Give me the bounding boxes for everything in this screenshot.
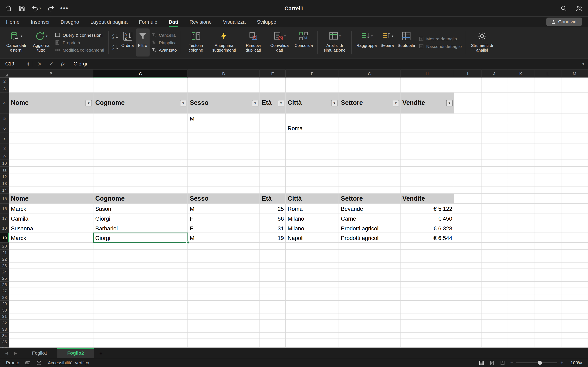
cell-F15[interactable]: Città [286, 194, 339, 204]
row-header-24[interactable]: 24 [0, 269, 9, 275]
tab-dati[interactable]: Dati [169, 17, 178, 27]
sheet-tab-foglio1[interactable]: Foglio1 [22, 348, 58, 358]
cancella-button[interactable]: Cancella [151, 32, 177, 38]
sort-az-button[interactable]: AZ [112, 33, 119, 41]
row-header-2[interactable]: 2 [0, 77, 9, 85]
page-break-view-icon[interactable] [500, 360, 505, 365]
zoom-slider-knob[interactable] [537, 361, 542, 365]
cell-C17[interactable]: Giorgi [93, 213, 188, 223]
redo-icon[interactable] [47, 5, 54, 12]
cell-G4[interactable]: Settore▼ [339, 92, 400, 114]
filter-dropdown-button-città[interactable]: ▼ [331, 100, 337, 106]
cell-F4[interactable]: Città▼ [286, 92, 339, 114]
cell-D17[interactable]: F [188, 213, 260, 223]
search-icon[interactable] [560, 5, 567, 12]
column-header-D[interactable]: D [188, 70, 260, 78]
cell-D5[interactable]: M [188, 114, 260, 123]
ordina-button[interactable]: AZ Ordina [120, 29, 136, 57]
subtotale-button[interactable]: Subtotale [396, 29, 417, 57]
cell-B19[interactable]: Marck [9, 233, 93, 243]
normal-view-icon[interactable] [479, 360, 484, 365]
formula-input[interactable]: Giorgi [70, 61, 582, 67]
row-header-8[interactable]: 8 [0, 143, 9, 153]
column-header-L[interactable]: L [534, 70, 561, 78]
analisi-simulazione-button[interactable]: ▾ Analisi di simulazione [320, 29, 349, 57]
row-header-21[interactable]: 21 [0, 250, 9, 256]
cell-B17[interactable]: Camila [9, 213, 93, 223]
cell-D4[interactable]: Sesso▼ [188, 92, 260, 114]
riapplica-button[interactable]: Riapplica [151, 40, 177, 45]
modifica-collegamenti-button[interactable]: Modifica collegamenti [55, 47, 104, 53]
cell-D15[interactable]: Sesso [188, 194, 260, 204]
tab-sviluppo[interactable]: Sviluppo [257, 17, 276, 27]
cell-F6[interactable]: Roma [286, 123, 339, 133]
name-box-stepper[interactable]: ▲▼ [27, 62, 32, 66]
more-commands-icon[interactable]: ••• [60, 5, 69, 12]
row-header-28[interactable]: 28 [0, 294, 9, 301]
row-header-4[interactable]: 4 [0, 92, 9, 114]
confirm-entry-icon[interactable]: ✓ [49, 61, 53, 67]
tab-layout-di-pagina[interactable]: Layout di pagina [90, 17, 128, 27]
row-header-5[interactable]: 5 [0, 114, 9, 123]
cell-F18[interactable]: Milano [286, 223, 339, 233]
cell-G19[interactable]: Prodotti agricoli [339, 233, 400, 243]
sheet-nav-right-icon[interactable]: ▶ [14, 351, 17, 355]
row-header-10[interactable]: 10 [0, 160, 9, 167]
cell-G18[interactable]: Prodotti agricoli [339, 223, 400, 233]
tab-revisione[interactable]: Revisione [190, 17, 212, 27]
row-header-6[interactable]: 6 [0, 123, 9, 133]
cell-E19[interactable]: 19 [260, 233, 286, 243]
filter-dropdown-button-vendite[interactable]: ▼ [446, 100, 453, 106]
row-header-25[interactable]: 25 [0, 275, 9, 282]
query-connessioni-button[interactable]: Query & connessioni [55, 32, 104, 38]
cell-E16[interactable]: 25 [260, 204, 286, 213]
row-header-31[interactable]: 31 [0, 313, 9, 320]
nascondi-dettaglio-button[interactable]: Nascondi dettaglio [418, 43, 462, 49]
anteprima-suggerimenti-button[interactable]: Anteprima suggerimenti [208, 29, 240, 57]
proprieta-button[interactable]: Proprietà [55, 40, 104, 45]
row-header-35[interactable]: 35 [0, 339, 9, 345]
row-header-29[interactable]: 29 [0, 301, 9, 307]
column-header-E[interactable]: E [260, 70, 286, 78]
add-sheet-button[interactable]: + [94, 348, 108, 358]
avanzato-button[interactable]: Avanzato [151, 47, 177, 53]
cell-H16[interactable]: € 5.122 [401, 204, 454, 213]
save-icon[interactable] [18, 5, 26, 12]
cell-B16[interactable]: Marck [9, 204, 93, 213]
column-header-J[interactable]: J [481, 70, 507, 78]
row-header-33[interactable]: 33 [0, 326, 9, 333]
column-header-F[interactable]: F [286, 70, 339, 78]
cell-D18[interactable]: F [188, 223, 260, 233]
undo-icon[interactable]: ▾ [31, 5, 41, 12]
tab-inserisci[interactable]: Inserisci [31, 17, 49, 27]
cell-D16[interactable]: M [188, 204, 260, 213]
cell-C16[interactable]: Sason [93, 204, 188, 213]
row-header-20[interactable]: 20 [0, 243, 9, 250]
cell-E18[interactable]: 31 [260, 223, 286, 233]
sheet-tab-foglio2[interactable]: Foglio2 [58, 348, 94, 358]
cell-F19[interactable]: Napoli [286, 233, 339, 243]
row-header-30[interactable]: 30 [0, 307, 9, 313]
row-header-15[interactable]: 15 [0, 194, 9, 204]
cell-E4[interactable]: Età▼ [260, 92, 286, 114]
accessibility-status[interactable]: Accessibilità: verifica [48, 360, 89, 365]
row-header-16[interactable]: 16 [0, 204, 9, 213]
cell-G16[interactable]: Bevande [339, 204, 400, 213]
row-header-19[interactable]: 19 [0, 233, 9, 243]
consolida-button[interactable]: Consolida [293, 29, 315, 57]
row-header-26[interactable]: 26 [0, 282, 9, 288]
mostra-dettaglio-button[interactable]: Mostra dettaglio [418, 36, 462, 42]
fill-handle[interactable] [186, 241, 189, 244]
filtro-button[interactable]: Filtro [136, 29, 149, 57]
row-header-9[interactable]: 9 [0, 153, 9, 160]
column-header-B[interactable]: B [9, 70, 93, 78]
raggruppa-button[interactable]: ▾ Raggruppa [355, 29, 379, 57]
column-header-H[interactable]: H [401, 70, 454, 78]
cell-D19[interactable]: M [188, 233, 260, 243]
sort-za-button[interactable]: ZA [112, 44, 119, 52]
sheet-nav-left-icon[interactable]: ◀ [5, 351, 8, 355]
aggiorna-tutto-button[interactable]: ▾ Aggiorna tutto [29, 29, 53, 57]
row-header-7[interactable]: 7 [0, 133, 9, 143]
column-header-G[interactable]: G [339, 70, 400, 78]
insert-function-icon[interactable]: fx [61, 61, 65, 67]
